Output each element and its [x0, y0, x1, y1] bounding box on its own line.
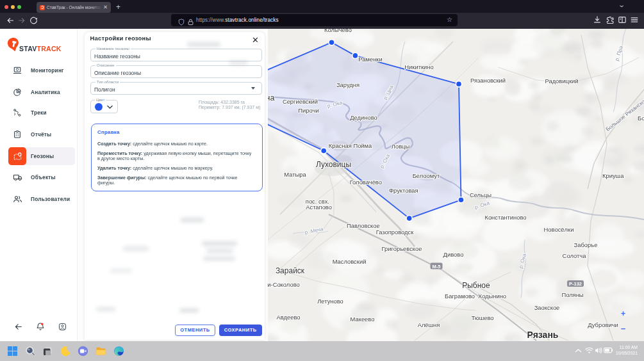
- svg-text:Луховицы: Луховицы: [316, 160, 351, 169]
- svg-text:Баграмово: Баграмово: [445, 293, 475, 300]
- svg-text:Дивово: Дивово: [443, 251, 464, 258]
- svg-text:Рязань: Рязань: [527, 330, 559, 340]
- svg-text:Никиткино: Никиткино: [404, 63, 433, 70]
- svg-text:Сельцы: Сельцы: [470, 191, 491, 198]
- svg-text:−: −: [621, 324, 626, 333]
- svg-text:Раменки: Раменки: [358, 56, 382, 63]
- svg-text:Макеево: Макеево: [351, 316, 375, 323]
- svg-text:Солотча: Солотча: [563, 252, 587, 259]
- svg-text:Масловский: Масловский: [333, 258, 367, 265]
- svg-text:Пирочи: Пирочи: [298, 107, 318, 114]
- svg-text:Астапово: Астапово: [306, 204, 332, 211]
- svg-text:Головачёво: Головачёво: [350, 179, 382, 186]
- svg-text:STAV: STAV: [19, 44, 37, 52]
- svg-text:Константиново: Константиново: [484, 214, 526, 221]
- svg-text:Дубровичи: Дубровичи: [588, 321, 618, 328]
- svg-text:Рыбное: Рыбное: [462, 281, 490, 290]
- svg-text:+: +: [621, 309, 626, 318]
- svg-text:Дединово: Дединово: [350, 114, 377, 121]
- svg-text:М-5: М-5: [433, 264, 441, 269]
- svg-text:Матыра: Матыра: [284, 171, 306, 178]
- svg-text:Фруктовая: Фруктовая: [389, 187, 418, 194]
- svg-text:Колычёво: Колычёво: [324, 29, 352, 33]
- svg-text:Заокское: Заокское: [534, 304, 560, 311]
- svg-text:Тюшево: Тюшево: [471, 314, 493, 321]
- svg-text:Авдеево: Авдеево: [276, 314, 300, 321]
- svg-text:Зарайск: Зарайск: [276, 266, 305, 275]
- svg-text:Сергиевский: Сергиевский: [283, 98, 318, 105]
- svg-text:Р-132: Р-132: [569, 281, 582, 287]
- svg-text:Криуша: Криуша: [602, 172, 624, 179]
- svg-text:Новосёлки: Новосёлки: [544, 226, 574, 233]
- svg-text:TRACK: TRACK: [37, 44, 62, 52]
- svg-text:Летуново: Летуново: [317, 298, 343, 305]
- svg-text:Поляны: Поляны: [561, 291, 583, 298]
- svg-text:Газопроводск: Газопроводск: [376, 229, 415, 236]
- svg-text:Зарудня: Зарудня: [336, 81, 359, 88]
- svg-text:Заборье: Заборье: [574, 241, 598, 248]
- svg-text:Павловское: Павловское: [347, 222, 380, 229]
- svg-text:Григорьевское: Григорьевское: [382, 245, 422, 252]
- svg-text:Бол: Бол: [638, 115, 644, 122]
- svg-text:Радовицкий: Радовицкий: [545, 77, 578, 84]
- svg-text:Рязановский: Рязановский: [470, 77, 506, 84]
- svg-text:Ходынино: Ходынино: [478, 293, 506, 300]
- svg-text:Алёшня: Алёшня: [418, 321, 440, 328]
- svg-text:и-Соколово: и-Соколово: [267, 281, 299, 288]
- svg-text:Красная Пойма: Красная Пойма: [329, 142, 372, 149]
- svg-text:Белоомут: Белоомут: [413, 172, 440, 179]
- svg-text:Ловцы: Ловцы: [392, 143, 410, 150]
